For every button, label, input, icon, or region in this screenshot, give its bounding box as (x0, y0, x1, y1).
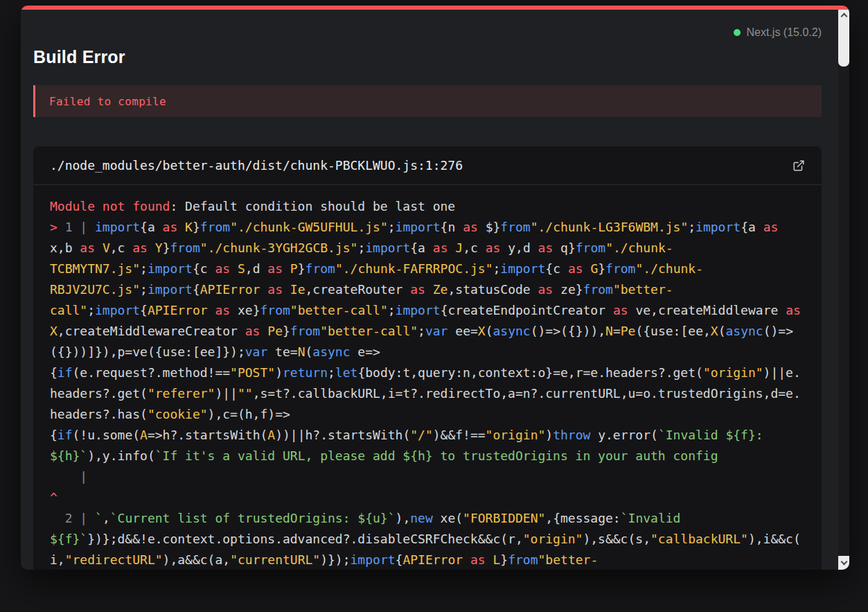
file-path-link[interactable]: ./node_modules/better-auth/dist/chunk-PB… (50, 158, 463, 173)
banner-text: Failed to compile (49, 95, 166, 108)
code-line: 2 | `,`Current list of trustedOrigins: $… (50, 508, 805, 570)
build-error-dialog: Next.js (15.0.2) Build Error Failed to c… (21, 6, 849, 570)
scrollbar-thumb[interactable] (838, 10, 849, 67)
code-line: ^ (50, 487, 805, 508)
compile-error-banner: Failed to compile (33, 85, 822, 117)
code-frame: ./node_modules/better-auth/dist/chunk-PB… (33, 146, 822, 570)
scroll-up-icon (840, 13, 847, 20)
scrollbar[interactable] (838, 10, 849, 570)
code-frame-header: ./node_modules/better-auth/dist/chunk-PB… (33, 146, 822, 185)
framework-badge: Next.js (15.0.2) (33, 26, 822, 39)
code-frame-body: Module not found: Default condition shou… (33, 185, 822, 570)
dialog-content: Next.js (15.0.2) Build Error Failed to c… (21, 10, 838, 570)
code-line: Module not found: Default condition shou… (50, 196, 805, 217)
status-dot-icon (734, 29, 741, 36)
framework-version-label: Next.js (15.0.2) (747, 26, 822, 39)
scrollbar-track[interactable] (838, 67, 849, 556)
code-line: | (50, 466, 805, 487)
page-title: Build Error (33, 47, 822, 67)
external-link-icon[interactable] (792, 159, 805, 172)
code-line: > 1 | import{a as K}from"./chunk-GW5UFHU… (50, 217, 805, 466)
scroll-down-icon (840, 559, 847, 566)
scroll-down-button[interactable] (838, 556, 849, 570)
